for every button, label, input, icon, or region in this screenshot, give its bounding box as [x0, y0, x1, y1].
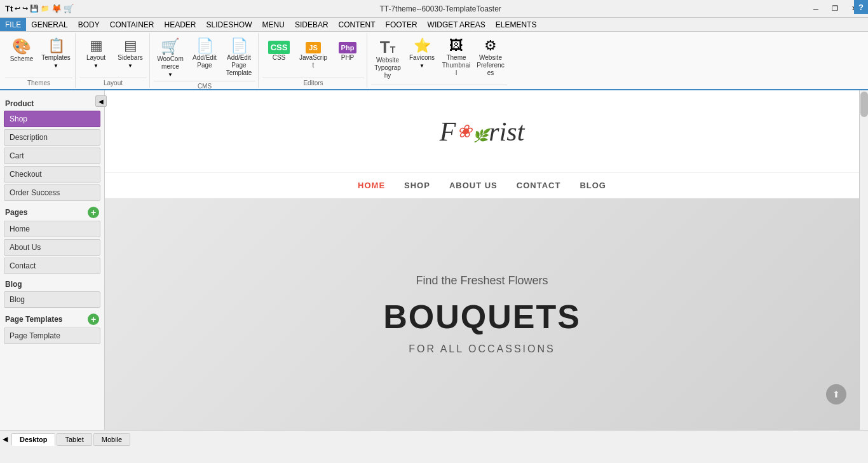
- preview-website-header: F ❀ 🌿 rist: [105, 90, 859, 173]
- sidebars-label: Sidebars: [118, 54, 142, 62]
- thumbnail-button[interactable]: 🖼 ThemeThumbnail: [440, 36, 473, 79]
- app-icon-open[interactable]: 📁: [41, 4, 50, 13]
- logo-flower-icon: ❀: [457, 121, 471, 142]
- add-edit-template-label: Add/Edit PageTemplate: [224, 54, 254, 77]
- menu-footer[interactable]: FOOTER: [381, 18, 423, 31]
- app-icon-save[interactable]: 💾: [30, 4, 39, 13]
- ribbon-group-cms: 🛒 WooCommerce ▼ 📄 Add/EditPage 📄 Add/Edi…: [151, 33, 259, 88]
- add-edit-page-button[interactable]: 📄 Add/EditPage: [188, 36, 221, 74]
- templates-button[interactable]: 📋 Templates ▼: [39, 36, 72, 74]
- sidebars-button[interactable]: ▤ Sidebars ▼: [114, 36, 147, 74]
- menu-slideshow[interactable]: SLIDESHOW: [201, 18, 257, 31]
- florist-logo: F ❀ 🌿 rist: [440, 116, 525, 147]
- ribbon-group-editors: CSS CSS JS JavaScript Php PHP Edi: [260, 33, 367, 88]
- fav-arrow: ▼: [419, 63, 424, 69]
- menu-widget-areas[interactable]: WIDGET AREAS: [423, 18, 491, 31]
- nav-home[interactable]: HOME: [358, 181, 385, 190]
- cms-items: 🛒 WooCommerce ▼ 📄 Add/EditPage 📄 Add/Edi…: [154, 33, 255, 79]
- collapse-sidebar-button[interactable]: ◀: [95, 95, 107, 107]
- menu-elements[interactable]: ELEMENTS: [491, 18, 542, 31]
- php-button[interactable]: Php PHP: [331, 36, 364, 74]
- menu-file[interactable]: FILE: [0, 18, 26, 31]
- pages-section-header: Pages +: [4, 203, 100, 221]
- scheme-label: Scheme: [10, 55, 34, 63]
- preview-scrollbar[interactable]: [859, 90, 868, 430]
- ribbon-group-layout: ▦ Layout ▼ ▤ Sidebars ▼ Layout: [77, 33, 150, 88]
- scroll-left-button[interactable]: ◀: [3, 435, 8, 443]
- add-template-button[interactable]: +: [88, 314, 99, 325]
- tools-group-label: [371, 85, 507, 88]
- favicons-icon: ⭐: [414, 39, 431, 53]
- page-templates-section-header: Page Templates +: [4, 310, 100, 328]
- editors-group-label: Editors: [262, 78, 364, 88]
- main-layout: ◀ Product Shop Description Cart Checkout…: [0, 90, 868, 430]
- javascript-button[interactable]: JS JavaScript: [297, 36, 330, 74]
- woocommerce-button[interactable]: 🛒 WooCommerce ▼: [154, 36, 187, 79]
- menu-sidebar[interactable]: SIDEBAR: [290, 18, 334, 31]
- layout-button[interactable]: ▦ Layout ▼: [79, 36, 112, 74]
- add-edit-page-icon: 📄: [196, 39, 214, 53]
- help-button[interactable]: ?: [854, 0, 868, 14]
- nav-shop[interactable]: SHOP: [404, 181, 430, 190]
- sidebar-item-home[interactable]: Home: [4, 221, 100, 237]
- menu-header[interactable]: HEADER: [159, 18, 201, 31]
- sidebar-item-contact[interactable]: Contact: [4, 258, 100, 274]
- typography-icon: TT: [380, 39, 395, 55]
- add-page-button[interactable]: +: [88, 207, 99, 218]
- sidebar-item-description[interactable]: Description: [4, 129, 100, 146]
- layout-label: Layout: [86, 54, 105, 62]
- sidebar-item-checkout[interactable]: Checkout: [4, 166, 100, 183]
- scheme-button[interactable]: 🎨 Scheme: [5, 36, 38, 74]
- hero-title: BOUQUETS: [383, 298, 581, 336]
- title-bar: Tt ↩ ↪ 💾 📁 🦊 🛒 TT-7theme--60030-Template…: [0, 0, 868, 18]
- nav-blog[interactable]: BLOG: [580, 181, 606, 190]
- menu-content[interactable]: CONTENT: [334, 18, 381, 31]
- tools-items: TT WebsiteTypography ⭐ Favicons ▼ 🖼 Them…: [371, 33, 507, 83]
- preview-area: F ❀ 🌿 rist HOME SHOP ABOUT US CONTACT BL…: [105, 90, 868, 430]
- hero-tagline: FOR ALL OCCASSIONS: [409, 343, 555, 355]
- tablet-view-button[interactable]: Tablet: [57, 433, 92, 446]
- woo-arrow: ▼: [168, 72, 173, 78]
- favicons-button[interactable]: ⭐ Favicons ▼: [405, 36, 438, 74]
- scheme-icon: 🎨: [12, 39, 31, 54]
- preview-nav: HOME SHOP ABOUT US CONTACT BLOG: [105, 173, 859, 198]
- menu-container[interactable]: CONTAINER: [105, 18, 159, 31]
- css-button[interactable]: CSS CSS: [262, 36, 295, 74]
- preferences-button[interactable]: ⚙ WebsitePreferences: [474, 36, 507, 79]
- layout-group-label: Layout: [79, 78, 147, 88]
- ribbon-content: 🎨 Scheme 📋 Templates ▼ Themes ▦ Layout ▼: [0, 32, 868, 89]
- editors-items: CSS CSS JS JavaScript Php PHP: [262, 33, 364, 76]
- sidebars-arrow: ▼: [128, 63, 133, 69]
- sidebar-item-blog[interactable]: Blog: [4, 291, 100, 308]
- nav-about-us[interactable]: ABOUT US: [449, 181, 498, 190]
- sidebar-item-order-success[interactable]: Order Success: [4, 184, 100, 201]
- menu-body[interactable]: BODY: [73, 18, 105, 31]
- menu-menu[interactable]: MENU: [257, 18, 290, 31]
- app-icon-woo2[interactable]: 🛒: [64, 4, 74, 13]
- nav-contact[interactable]: CONTACT: [517, 181, 561, 190]
- add-edit-template-icon: 📄: [231, 39, 248, 53]
- app-icon-redo[interactable]: ↪: [22, 4, 28, 13]
- product-section-header: Product: [4, 95, 100, 111]
- sidebar-item-about-us[interactable]: About Us: [4, 239, 100, 256]
- minimize-button[interactable]: ─: [807, 3, 825, 15]
- sidebar-item-shop[interactable]: Shop: [4, 111, 100, 127]
- app-icon-firefox[interactable]: 🦊: [51, 4, 62, 13]
- layout-arrow: ▼: [93, 63, 98, 69]
- scroll-top-button[interactable]: ⬆: [826, 384, 846, 404]
- js-icon: JS: [306, 39, 320, 53]
- thumbnail-icon: 🖼: [449, 39, 463, 53]
- typography-button[interactable]: TT WebsiteTypography: [371, 36, 404, 81]
- thumbnail-label: ThemeThumbnail: [442, 54, 471, 77]
- add-edit-template-button[interactable]: 📄 Add/Edit PageTemplate: [222, 36, 255, 79]
- mobile-view-button[interactable]: Mobile: [93, 433, 130, 446]
- sidebar-item-cart[interactable]: Cart: [4, 148, 100, 164]
- menu-general[interactable]: GENERAL: [26, 18, 72, 31]
- app-icons: Tt ↩ ↪ 💾 📁 🦊 🛒: [5, 4, 74, 13]
- ribbon-group-tools: TT WebsiteTypography ⭐ Favicons ▼ 🖼 Them…: [369, 33, 510, 88]
- desktop-view-button[interactable]: Desktop: [11, 433, 55, 446]
- app-icon-undo[interactable]: ↩: [15, 4, 20, 13]
- templates-arrow: ▼: [53, 63, 58, 69]
- restore-button[interactable]: ❐: [826, 3, 844, 15]
- sidebar-item-page-template[interactable]: Page Template: [4, 328, 100, 344]
